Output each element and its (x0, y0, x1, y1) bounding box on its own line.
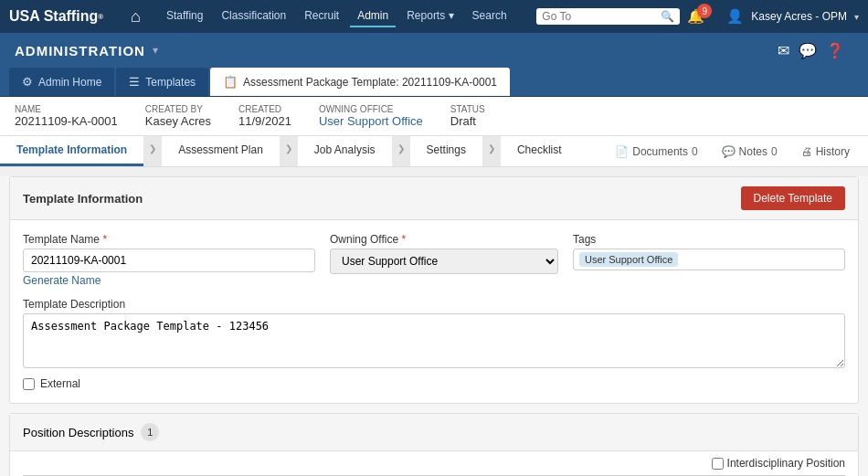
sub-tab-job-analysis[interactable]: Job Analysis (298, 136, 392, 166)
document-icon: 📄 (615, 145, 629, 158)
nav-search[interactable]: Search (465, 5, 514, 27)
nav-links: Staffing Classification Recruit Admin Re… (159, 5, 518, 27)
nav-classification[interactable]: Classification (214, 5, 293, 27)
tab-templates[interactable]: ☰ Templates (116, 68, 208, 96)
info-created-label: Created (238, 104, 291, 114)
template-info-header: Template Information Delete Template (10, 177, 858, 220)
owning-office-label: Owning Office * (330, 233, 558, 246)
position-count-badge: 1 (141, 423, 159, 441)
description-label: Template Description (23, 298, 845, 311)
nav-admin[interactable]: Admin (350, 5, 396, 27)
sub-tabs: Template Information ❯ Assessment Plan ❯… (0, 136, 578, 166)
sub-tab-settings[interactable]: Settings (410, 136, 482, 166)
template-name-group: Template Name * Generate Name (23, 233, 315, 287)
app-logo: USA Staffing® (9, 8, 103, 25)
owning-office-select[interactable]: User Support Office (330, 249, 558, 274)
nav-reports[interactable]: Reports ▾ (399, 5, 460, 27)
info-created-value: 11/9/2021 (238, 114, 291, 128)
history-button[interactable]: 🖨 History (794, 142, 857, 162)
info-owning-office: Owning Office User Support Office (319, 104, 423, 128)
tab-templates-label: Templates (145, 76, 196, 89)
interdisciplinary-checkbox-row: Interdisciplinary Position (712, 457, 845, 470)
notes-button[interactable]: 💬 Notes 0 (715, 142, 785, 162)
tags-input[interactable]: User Support Office (573, 249, 845, 270)
description-textarea[interactable]: Assessment Package Template - 123456 (23, 313, 845, 368)
template-name-label: Template Name * (23, 233, 315, 246)
sub-tab-arrow-4: ❯ (482, 136, 501, 166)
table-actions-row: Interdisciplinary Position (10, 451, 858, 475)
top-navigation: USA Staffing® ⌂ Staffing Classification … (0, 0, 868, 33)
chat-icon[interactable]: 💬 (799, 42, 817, 59)
info-status-label: Status (450, 104, 485, 114)
admin-chevron-icon[interactable]: ▾ (153, 44, 158, 57)
notes-label: Notes (739, 145, 767, 158)
home-icon[interactable]: ⌂ (131, 7, 141, 26)
sub-tab-arrow-1: ❯ (143, 136, 162, 166)
interdisciplinary-label: Interdisciplinary Position (727, 457, 845, 470)
info-status: Status Draft (450, 104, 485, 128)
template-name-input[interactable] (23, 249, 315, 272)
main-tab-bar: ⚙ Admin Home ☰ Templates 📋 Assessment Pa… (0, 68, 868, 97)
position-descriptions-section: Position Descriptions 1 Interdisciplinar… (9, 413, 859, 476)
delete-template-button[interactable]: Delete Template (741, 186, 846, 210)
template-info-section: Template Information Delete Template Tem… (9, 176, 859, 404)
search-box[interactable]: 🔍 (536, 8, 680, 25)
search-icon: 🔍 (661, 10, 674, 23)
documents-button[interactable]: 📄 Documents 0 (608, 142, 704, 162)
tags-label: Tags (573, 233, 845, 246)
nav-right: 🔍 🔔 9 👤 Kasey Acres - OPM ▾ (536, 8, 859, 25)
package-tab-icon: 📋 (223, 75, 238, 89)
tag-item: User Support Office (579, 252, 678, 267)
notification-bell[interactable]: 🔔 9 (687, 8, 719, 25)
info-name-label: Name (15, 104, 118, 114)
owning-office-group: Owning Office * User Support Office (330, 233, 558, 274)
info-owning-office-value[interactable]: User Support Office (319, 114, 423, 128)
info-status-value: Draft (450, 114, 485, 128)
tags-group: Tags User Support Office (573, 233, 845, 270)
history-label: History (816, 145, 850, 158)
sub-tab-arrow-2: ❯ (280, 136, 298, 166)
form-row-1: Template Name * Generate Name Owning Off… (23, 233, 845, 287)
external-label: External (40, 377, 80, 390)
tab-admin-home-label: Admin Home (38, 76, 101, 89)
position-descriptions-title: Position Descriptions (23, 426, 133, 439)
tab-assessment-package-label: Assessment Package Template: 20211109-KA… (243, 76, 497, 89)
sub-tab-template-info[interactable]: Template Information (0, 136, 143, 166)
print-icon: 🖨 (801, 145, 812, 158)
mail-icon[interactable]: ✉ (778, 42, 789, 59)
info-bar: Name 20211109-KA-0001 Created By Kasey A… (0, 97, 868, 136)
sub-tab-arrow-3: ❯ (392, 136, 410, 166)
user-icon: 👤 (726, 8, 744, 25)
help-icon[interactable]: ❓ (826, 42, 844, 59)
notification-count: 9 (697, 4, 712, 18)
user-name: Kasey Acres - OPM (751, 10, 847, 23)
sub-tab-checklist[interactable]: Checklist (501, 136, 578, 166)
sub-tab-actions: 📄 Documents 0 💬 Notes 0 🖨 History (608, 142, 868, 162)
admin-bar: ADMINISTRATION ▾ ✉ 💬 ❓ (0, 33, 868, 68)
position-descriptions-header: Position Descriptions 1 (10, 414, 858, 451)
tab-admin-home[interactable]: ⚙ Admin Home (9, 68, 114, 96)
info-created-by-value: Kasey Acres (145, 114, 211, 128)
documents-count: 0 (692, 145, 698, 158)
nav-staffing[interactable]: Staffing (159, 5, 210, 27)
user-chevron-icon[interactable]: ▾ (854, 12, 859, 22)
description-group: Template Description Assessment Package … (23, 298, 845, 368)
info-name-value: 20211109-KA-0001 (15, 114, 118, 128)
info-owning-office-label: Owning Office (319, 104, 423, 114)
sub-tab-bar: Template Information ❯ Assessment Plan ❯… (0, 136, 868, 167)
template-info-body: Template Name * Generate Name Owning Off… (10, 220, 858, 403)
nav-recruit[interactable]: Recruit (297, 5, 346, 27)
template-info-title: Template Information (23, 192, 143, 206)
search-input[interactable] (542, 10, 661, 23)
sub-tab-assessment-plan[interactable]: Assessment Plan (162, 136, 280, 166)
top-right-icons: ✉ 💬 ❓ (778, 42, 853, 59)
gear-tab-icon: ⚙ (22, 75, 33, 89)
info-created-by: Created By Kasey Acres (145, 104, 211, 128)
tab-assessment-package[interactable]: 📋 Assessment Package Template: 20211109-… (210, 68, 510, 96)
documents-label: Documents (632, 145, 688, 158)
notes-icon: 💬 (722, 145, 736, 158)
generate-name-link[interactable]: Generate Name (23, 274, 315, 287)
interdisciplinary-checkbox[interactable] (712, 458, 724, 470)
external-checkbox[interactable] (23, 378, 35, 390)
external-row: External (23, 377, 845, 390)
